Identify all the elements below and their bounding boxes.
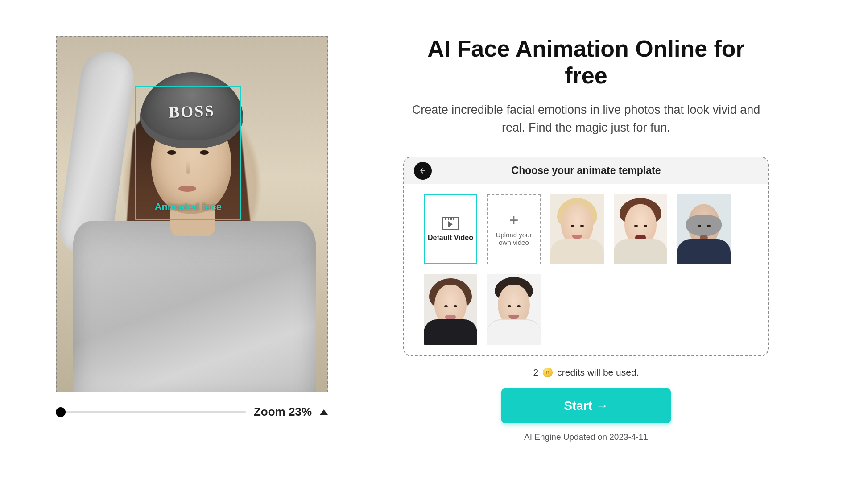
zoom-value-label: Zoom 23% xyxy=(254,405,312,419)
credit-amount: 2 xyxy=(533,367,539,378)
template-sample-5[interactable] xyxy=(487,274,541,345)
zoom-slider[interactable] xyxy=(56,411,246,413)
zoom-caret-icon[interactable] xyxy=(320,409,328,415)
template-sample-4[interactable] xyxy=(424,274,477,345)
template-panel-title: Choose your animate template xyxy=(512,165,661,177)
template-default-video[interactable]: Default Video xyxy=(424,194,477,264)
template-panel: Choose your animate template Default Vid… xyxy=(403,157,769,356)
template-header: Choose your animate template xyxy=(404,157,768,184)
coin-icon: n xyxy=(543,368,553,377)
back-button[interactable] xyxy=(414,162,432,180)
face-detection-box[interactable]: Animated face xyxy=(135,86,241,220)
template-grid: Default Video + Upload your own video xyxy=(404,184,768,345)
credit-suffix: credits will be used. xyxy=(557,367,639,378)
start-button[interactable]: Start → xyxy=(501,388,671,423)
image-canvas[interactable]: Animated face xyxy=(56,36,328,392)
engine-updated-text: AI Engine Updated on 2023-4-11 xyxy=(524,432,648,442)
page-title: AI Face Animation Online for free xyxy=(412,36,760,89)
template-sample-1[interactable] xyxy=(550,194,604,264)
template-sample-3[interactable] xyxy=(677,194,731,264)
page-subtitle: Create incredible facial emotions in liv… xyxy=(403,101,769,137)
video-icon xyxy=(442,217,459,230)
credit-usage-text: 2 n credits will be used. xyxy=(533,367,639,378)
template-sample-2[interactable] xyxy=(614,194,667,264)
face-box-label: Animated face xyxy=(155,201,222,212)
face-thumbnail xyxy=(677,194,731,264)
start-button-label: Start → xyxy=(564,399,608,413)
zoom-slider-thumb[interactable] xyxy=(56,407,66,417)
template-label: Default Video xyxy=(428,234,473,242)
face-thumbnail xyxy=(550,194,604,264)
face-thumbnail xyxy=(614,194,667,264)
arrow-left-icon xyxy=(419,167,427,175)
face-thumbnail xyxy=(424,274,477,345)
template-upload-own[interactable]: + Upload your own video xyxy=(487,194,541,264)
zoom-control: Zoom 23% xyxy=(56,405,328,419)
plus-icon: + xyxy=(509,212,518,228)
template-label: Upload your own video xyxy=(488,231,540,246)
face-thumbnail xyxy=(487,274,541,345)
